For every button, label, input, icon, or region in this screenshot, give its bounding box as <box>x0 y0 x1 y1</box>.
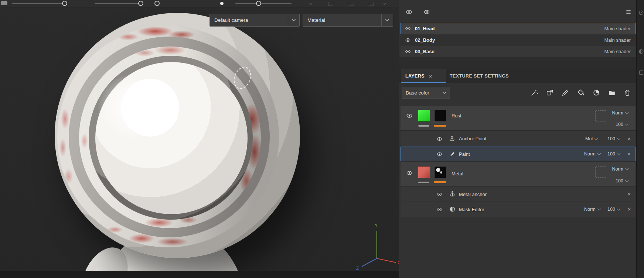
mask-thumbnail[interactable] <box>434 166 446 178</box>
fill-thumbnail[interactable] <box>418 110 430 122</box>
visibility-icon[interactable] <box>436 192 443 197</box>
texture-set-row-body[interactable]: 02_Body Main shader <box>401 34 636 46</box>
texture-set-row-base[interactable]: 03_Base Main shader <box>401 46 636 57</box>
visibility-icon[interactable] <box>436 136 443 142</box>
visibility-icon[interactable] <box>405 170 413 176</box>
viewport-3d[interactable]: Default camera Material Y X Z <box>0 7 399 278</box>
tab-layers-label: LAYERS <box>405 73 425 79</box>
opacity-value: 100 <box>607 207 615 212</box>
opacity-value: 100 <box>607 151 615 157</box>
dock-tool-icon[interactable] <box>638 10 644 16</box>
effect-row-mask-editor[interactable]: Mask Editor Norm 100 × <box>401 202 636 217</box>
tab-close-icon[interactable]: × <box>429 73 432 79</box>
effect-row-metal-anchor[interactable]: Metal anchor × <box>401 187 636 202</box>
anchor-icon <box>449 135 456 142</box>
axis-gizmo[interactable]: Y X Z <box>353 220 399 271</box>
remove-effect-button[interactable]: × <box>627 151 632 157</box>
effect-row-paint[interactable]: Paint Norm 100 × <box>401 147 636 162</box>
tab-layers[interactable]: LAYERS × <box>401 69 446 83</box>
add-paint-layer-icon[interactable] <box>561 89 569 97</box>
visibility-icon[interactable] <box>404 26 412 31</box>
tab-texture-set-settings-label: TEXTURE SET SETTINGS <box>450 73 509 79</box>
panel-menu-icon[interactable] <box>625 9 632 15</box>
toolbar-icon[interactable] <box>349 2 354 6</box>
toolbar-widget[interactable] <box>1 1 7 5</box>
opacity-dropdown[interactable]: 100 <box>616 178 628 183</box>
add-fill-layer-icon[interactable] <box>546 89 554 97</box>
slider-knob[interactable] <box>62 1 67 6</box>
thumb-underline <box>418 182 429 183</box>
shader-label: Main shader <box>604 37 631 43</box>
remove-effect-button[interactable]: × <box>627 135 632 142</box>
layer-row-rust[interactable]: Rust Norm 100 <box>401 106 636 131</box>
visibility-icon[interactable] <box>404 49 412 54</box>
camera-dropdown-value: Default camera <box>214 17 288 23</box>
material-slot-placeholder[interactable] <box>595 110 606 121</box>
active-channel-underline <box>434 125 446 127</box>
layer-row-metal[interactable]: Metal Norm 100 <box>401 162 636 187</box>
blend-mode-dropdown[interactable]: Norm <box>612 110 628 116</box>
slider-knob[interactable] <box>256 1 261 6</box>
dropdown-divider <box>288 14 288 26</box>
slider-track[interactable] <box>12 3 66 4</box>
slider-knob[interactable] <box>154 1 160 6</box>
visibility-outline-icon[interactable] <box>423 9 431 15</box>
visibility-icon[interactable] <box>405 9 413 15</box>
blend-mode-value: Norm <box>584 207 596 212</box>
slider-track[interactable] <box>95 3 142 4</box>
chevron-down-icon <box>597 207 601 211</box>
slider-track[interactable] <box>235 3 292 4</box>
top-toolbar <box>0 0 399 7</box>
blend-mode-dropdown[interactable]: Norm <box>584 151 600 157</box>
toolbar-icon[interactable] <box>369 2 374 6</box>
opacity-dropdown[interactable]: 100 <box>616 122 628 127</box>
flood-fill-icon[interactable] <box>577 89 585 97</box>
material-slot-placeholder[interactable] <box>595 167 606 178</box>
blend-mode-dropdown[interactable]: Norm <box>612 167 628 172</box>
blend-mode-dropdown[interactable]: Norm <box>584 207 600 212</box>
visibility-icon[interactable] <box>405 113 413 119</box>
texture-painting-app: Default camera Material Y X Z <box>0 0 644 278</box>
add-folder-icon[interactable] <box>608 89 616 97</box>
brush-icon <box>449 151 456 158</box>
visibility-icon[interactable] <box>436 151 443 157</box>
visibility-icon[interactable] <box>436 207 443 212</box>
opacity-dropdown[interactable]: 100 <box>607 207 620 212</box>
camera-dropdown[interactable]: Default camera <box>209 14 300 27</box>
opacity-value: 100 <box>616 122 623 127</box>
texture-set-row-head[interactable]: 01_Head Main shader <box>401 23 636 34</box>
slider-dot[interactable] <box>220 2 224 5</box>
dock-tool-icon[interactable] <box>638 48 644 55</box>
chevron-down-icon <box>594 137 598 140</box>
visibility-icon[interactable] <box>404 37 412 43</box>
display-mode-value: Material <box>307 17 381 23</box>
slider-knob[interactable] <box>138 1 143 6</box>
mask-thumbnail[interactable] <box>434 110 446 122</box>
chevron-down-icon[interactable] <box>382 1 386 5</box>
opacity-dropdown[interactable]: 100 <box>607 136 620 141</box>
effect-name: Metal anchor <box>459 192 487 197</box>
chevron-down-icon <box>617 137 620 140</box>
opacity-dropdown[interactable]: 100 <box>607 151 620 157</box>
effect-name: Mask Editor <box>459 207 484 212</box>
blend-mode-dropdown[interactable]: Mul <box>585 136 597 141</box>
lens-highlight <box>96 76 168 140</box>
fill-thumbnail[interactable] <box>418 166 430 178</box>
toolbar-icon[interactable] <box>328 2 333 6</box>
channel-dropdown[interactable]: Base color <box>402 87 450 99</box>
effect-row-anchor-point[interactable]: Anchor Point Mul 100 × <box>401 131 636 147</box>
delete-layer-icon[interactable] <box>623 89 631 97</box>
display-mode-dropdown[interactable]: Material <box>303 14 393 27</box>
add-smart-material-icon[interactable] <box>592 89 600 97</box>
blend-mode-value: Norm <box>584 151 596 157</box>
remove-effect-button[interactable]: × <box>627 191 632 197</box>
chevron-down-icon <box>625 122 629 126</box>
dock-tool-icon[interactable] <box>638 69 644 76</box>
chevron-down-icon <box>292 19 296 21</box>
tab-texture-set-settings[interactable]: TEXTURE SET SETTINGS <box>446 69 509 83</box>
add-effect-icon[interactable] <box>530 89 538 97</box>
remove-effect-button[interactable]: × <box>627 206 632 212</box>
layer-name: Rust <box>452 113 461 119</box>
effect-name: Paint <box>459 151 470 157</box>
chevron-down-icon[interactable] <box>308 1 312 5</box>
